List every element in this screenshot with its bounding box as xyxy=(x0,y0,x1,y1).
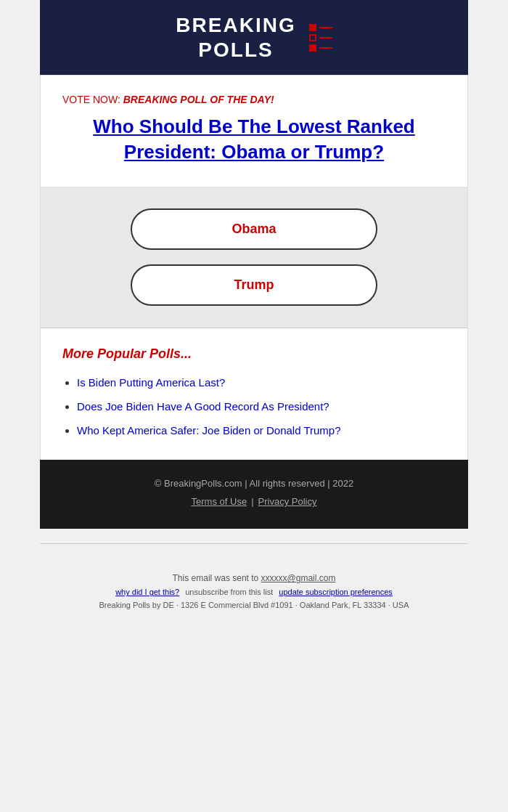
unsubscribe-text: unsubscribe from this list xyxy=(185,588,273,596)
poll-link-biden-record[interactable]: Does Joe Biden Have A Good Record As Pre… xyxy=(77,400,329,413)
poll-header-section: VOTE NOW: BREAKING POLL OF THE DAY! Who … xyxy=(40,75,468,187)
poll-link-biden-america-last[interactable]: Is Biden Putting America Last? xyxy=(77,376,225,389)
poll-question: Who Should Be The Lowest Ranked Presiden… xyxy=(62,114,446,165)
terms-of-use-link[interactable]: Terms of Use xyxy=(192,496,247,507)
list-item: Does Joe Biden Have A Good Record As Pre… xyxy=(77,399,446,414)
privacy-policy-link[interactable]: Privacy Policy xyxy=(258,496,317,507)
footer-links: Terms of Use | Privacy Policy xyxy=(54,496,454,507)
list-item: Is Biden Putting America Last? xyxy=(77,375,446,390)
trump-vote-button[interactable]: Trump xyxy=(131,264,377,306)
polls-list: Is Biden Putting America Last? Does Joe … xyxy=(62,375,446,438)
header: BREAKING POLLS xyxy=(40,0,468,75)
email-container: BREAKING POLLS xyxy=(40,0,468,529)
checklist-icon xyxy=(309,24,332,52)
why-link[interactable]: why did I get this? xyxy=(115,588,179,596)
email-actions: why did I get this? unsubscribe from thi… xyxy=(15,588,493,596)
more-polls-title: More Popular Polls... xyxy=(62,346,446,362)
email-address-link[interactable]: xxxxxx@gmail.com xyxy=(261,573,336,583)
obama-vote-button[interactable]: Obama xyxy=(131,208,377,250)
update-preferences-link[interactable]: update subscription preferences xyxy=(279,588,393,596)
vote-buttons-section: Obama Trump xyxy=(40,187,468,328)
footer-link-separator: | xyxy=(251,496,253,507)
more-polls-section: More Popular Polls... Is Biden Putting A… xyxy=(40,328,468,460)
page-wrapper: BREAKING POLLS xyxy=(0,0,508,812)
footer-copyright: © BreakingPolls.com | All rights reserve… xyxy=(54,478,454,489)
poll-emphasis: BREAKING POLL OF THE DAY! xyxy=(123,94,274,105)
footer: © BreakingPolls.com | All rights reserve… xyxy=(40,460,468,529)
physical-address: Breaking Polls by DE · 1326 E Commercial… xyxy=(15,601,493,609)
list-item: Who Kept America Safer: Joe Biden or Don… xyxy=(77,423,446,438)
email-sent-text: This email was sent to xxxxxx@gmail.com xyxy=(15,573,493,583)
vote-now-label: VOTE NOW: BREAKING POLL OF THE DAY! xyxy=(62,94,446,105)
brand-name: BREAKING POLLS xyxy=(176,13,295,62)
poll-link-safer-america[interactable]: Who Kept America Safer: Joe Biden or Don… xyxy=(77,424,341,437)
email-info-section: This email was sent to xxxxxx@gmail.com … xyxy=(0,544,508,624)
